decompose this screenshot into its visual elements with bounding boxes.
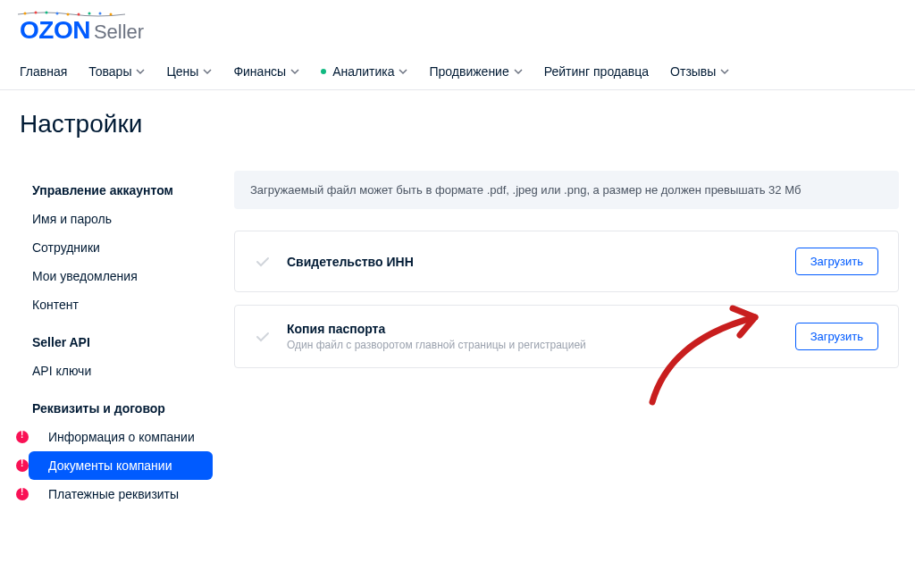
sidebar-heading: Seller API bbox=[16, 326, 213, 357]
nav-item-finance[interactable]: Финансы bbox=[233, 64, 299, 79]
nav-item-promotion[interactable]: Продвижение bbox=[429, 64, 522, 79]
check-icon bbox=[255, 329, 271, 345]
sidebar-item-employees[interactable]: Сотрудники bbox=[16, 233, 213, 262]
upload-button[interactable]: Загрузить bbox=[795, 323, 878, 350]
svg-point-1 bbox=[35, 12, 38, 14]
nav-label: Рейтинг продавца bbox=[544, 64, 649, 79]
document-subtitle: Один файл с разворотом главной страницы … bbox=[287, 339, 779, 351]
sidebar-item-label: Платежные реквизиты bbox=[48, 487, 197, 501]
nav-label: Товары bbox=[88, 64, 131, 79]
info-banner: Загружаемый файл может быть в формате .p… bbox=[234, 171, 899, 209]
chevron-down-icon bbox=[203, 67, 212, 76]
settings-sidebar: Управление аккаунтом Имя и пароль Сотруд… bbox=[16, 164, 213, 526]
nav-item-rating[interactable]: Рейтинг продавца bbox=[544, 64, 649, 79]
main-panel: Загружаемый файл может быть в формате .p… bbox=[234, 164, 899, 526]
document-card-passport: Копия паспорта Один файл с разворотом гл… bbox=[234, 305, 899, 368]
sidebar-item-payment-details[interactable]: Платежные реквизиты bbox=[29, 480, 213, 508]
sidebar-item-name-password[interactable]: Имя и пароль bbox=[16, 205, 213, 233]
document-info: Копия паспорта Один файл с разворотом гл… bbox=[287, 322, 779, 351]
nav-label: Аналитика bbox=[332, 64, 394, 79]
nav-item-prices[interactable]: Цены bbox=[166, 64, 212, 79]
chevron-down-icon bbox=[720, 67, 729, 76]
sidebar-item-company-info[interactable]: Информация о компании bbox=[29, 423, 213, 451]
nav-item-reviews[interactable]: Отзывы bbox=[670, 64, 729, 79]
svg-point-8 bbox=[110, 13, 113, 16]
main-nav: Главная Товары Цены Финансы Аналитика Пр… bbox=[0, 54, 915, 90]
nav-item-home[interactable]: Главная bbox=[20, 64, 67, 79]
nav-label: Финансы bbox=[233, 64, 286, 79]
sidebar-item-label: Мои уведомления bbox=[32, 269, 197, 283]
document-card-inn: Свидетельство ИНН Загрузить bbox=[234, 231, 899, 292]
chevron-down-icon bbox=[290, 67, 299, 76]
sidebar-item-company-documents[interactable]: Документы компании bbox=[29, 451, 213, 480]
sidebar-item-label: Документы компании bbox=[48, 458, 197, 473]
svg-point-0 bbox=[24, 13, 27, 15]
logo-brand: OZON bbox=[20, 16, 90, 45]
sidebar-item-label: Имя и пароль bbox=[32, 212, 197, 226]
sidebar-section-requisites: Реквизиты и договор Информация о компани… bbox=[16, 392, 213, 508]
nav-label: Продвижение bbox=[429, 64, 508, 79]
svg-point-2 bbox=[46, 12, 48, 14]
sidebar-item-label: Сотрудники bbox=[32, 240, 197, 255]
sidebar-item-label: Контент bbox=[32, 298, 197, 312]
nav-label: Цены bbox=[166, 64, 198, 79]
nav-label: Отзывы bbox=[670, 64, 716, 79]
document-info: Свидетельство ИНН bbox=[287, 255, 779, 269]
sidebar-item-label: Информация о компании bbox=[48, 430, 197, 444]
sidebar-heading: Управление аккаунтом bbox=[16, 174, 213, 205]
document-title: Свидетельство ИНН bbox=[287, 255, 779, 269]
sidebar-item-label: API ключи bbox=[32, 364, 197, 378]
sidebar-item-api-keys[interactable]: API ключи bbox=[16, 357, 213, 385]
sidebar-heading: Реквизиты и договор bbox=[16, 392, 213, 423]
nav-item-products[interactable]: Товары bbox=[88, 64, 145, 79]
logo-suffix: Seller bbox=[94, 21, 144, 44]
sidebar-item-content[interactable]: Контент bbox=[16, 290, 213, 319]
document-title: Копия паспорта bbox=[287, 322, 779, 336]
svg-point-7 bbox=[99, 13, 102, 15]
chevron-down-icon bbox=[514, 67, 523, 76]
upload-button[interactable]: Загрузить bbox=[795, 248, 878, 275]
nav-item-analytics[interactable]: Аналитика bbox=[321, 64, 407, 79]
header: OZON Seller bbox=[0, 0, 915, 54]
sidebar-item-notifications[interactable]: Мои уведомления bbox=[16, 262, 213, 290]
sidebar-section-account: Управление аккаунтом Имя и пароль Сотруд… bbox=[16, 174, 213, 319]
logo[interactable]: OZON Seller bbox=[20, 16, 895, 45]
check-icon bbox=[255, 254, 271, 270]
sidebar-section-api: Seller API API ключи bbox=[16, 326, 213, 385]
svg-point-3 bbox=[56, 13, 59, 15]
content: Управление аккаунтом Имя и пароль Сотруд… bbox=[0, 164, 915, 526]
svg-point-6 bbox=[88, 13, 91, 15]
chevron-down-icon bbox=[399, 67, 407, 76]
nav-label: Главная bbox=[20, 64, 67, 79]
page-title: Настройки bbox=[0, 90, 915, 164]
chevron-down-icon bbox=[136, 67, 145, 76]
